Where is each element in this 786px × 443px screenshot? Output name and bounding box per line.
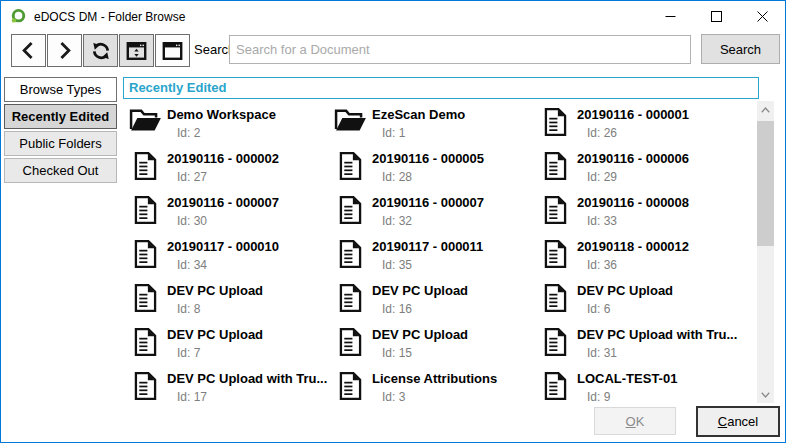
list-item[interactable]: License Attributions Id: 3	[332, 369, 537, 409]
item-id: Id: 15	[382, 346, 468, 360]
item-grid: Demo Workspace Id: 2	[123, 101, 759, 409]
item-icon-wrap	[127, 195, 163, 225]
item-title: DEV PC Upload with Tru...	[577, 327, 737, 342]
item-text: LOCAL-TEST-01 Id: 9	[577, 369, 677, 404]
list-item[interactable]: DEV PC Upload Id: 7	[127, 325, 332, 369]
list-item[interactable]: DEV PC Upload with Tru... Id: 31	[537, 325, 742, 369]
document-icon	[134, 283, 157, 313]
document-icon	[544, 151, 567, 181]
item-id: Id: 7	[177, 346, 263, 360]
item-icon-wrap	[537, 239, 573, 269]
document-icon	[339, 151, 362, 181]
list-item[interactable]: 20190117 - 000011 Id: 35	[332, 237, 537, 281]
sidebar-tab-label: Public Folders	[19, 136, 101, 151]
window-title: eDOCS DM - Folder Browse	[34, 10, 185, 24]
item-text: 20190116 - 000001 Id: 26	[577, 105, 689, 140]
document-icon	[339, 283, 362, 313]
refresh-icon	[90, 40, 112, 62]
item-text: DEV PC Upload with Tru... Id: 31	[577, 325, 737, 360]
list-item[interactable]: DEV PC Upload Id: 15	[332, 325, 537, 369]
item-icon-wrap	[127, 283, 163, 313]
list-item[interactable]: 20190117 - 000010 Id: 34	[127, 237, 332, 281]
scrollbar-thumb[interactable]	[757, 121, 774, 246]
list-item[interactable]: 20190118 - 000012 Id: 36	[537, 237, 742, 281]
list-item[interactable]: DEV PC Upload with Tru... Id: 17	[127, 369, 332, 409]
item-text: Demo Workspace Id: 2	[167, 105, 276, 140]
item-icon-wrap	[127, 151, 163, 181]
close-button[interactable]	[739, 1, 785, 31]
cancel-button[interactable]: Cancel	[696, 406, 780, 437]
sidebar-tab[interactable]: Recently Edited	[4, 104, 117, 129]
titlebar[interactable]: eDOCS DM - Folder Browse	[1, 1, 785, 32]
item-id: Id: 2	[177, 126, 276, 140]
item-icon-wrap	[332, 371, 368, 401]
item-icon-wrap	[332, 107, 368, 132]
chevron-right-icon	[54, 40, 75, 61]
sidebar-tab[interactable]: Browse Types	[4, 77, 117, 102]
item-icon-wrap	[127, 239, 163, 269]
list-item[interactable]: 20190116 - 000007 Id: 32	[332, 193, 537, 237]
list-item[interactable]: Demo Workspace Id: 2	[127, 105, 332, 149]
scroll-down-button[interactable]	[757, 386, 774, 403]
item-title: 20190118 - 000012	[577, 239, 689, 254]
item-id: Id: 32	[382, 214, 484, 228]
item-title: DEV PC Upload	[167, 283, 263, 298]
search-input[interactable]	[229, 35, 691, 64]
scroll-up-button[interactable]	[757, 101, 774, 118]
item-title: DEV PC Upload with Tru...	[167, 371, 327, 386]
refresh-button[interactable]	[83, 34, 118, 67]
item-icon-wrap	[537, 107, 573, 137]
search-button[interactable]: Search	[701, 34, 780, 64]
list-item[interactable]: DEV PC Upload Id: 16	[332, 281, 537, 325]
split-window-button[interactable]	[119, 34, 154, 67]
split-window-icon	[125, 40, 148, 62]
item-icon-wrap	[332, 151, 368, 181]
list-item[interactable]: LOCAL-TEST-01 Id: 9	[537, 369, 742, 409]
item-icon-wrap	[537, 371, 573, 401]
minimize-icon	[665, 11, 676, 22]
back-button[interactable]	[11, 34, 46, 67]
minimize-button[interactable]	[647, 1, 693, 31]
chevron-up-icon	[761, 107, 770, 113]
chevron-left-icon	[18, 40, 39, 61]
document-icon	[544, 283, 567, 313]
list-item[interactable]: 20190116 - 000002 Id: 27	[127, 149, 332, 193]
window-button[interactable]	[155, 34, 190, 67]
item-title: 20190117 - 000010	[167, 239, 279, 254]
list-item[interactable]: 20190116 - 000006 Id: 29	[537, 149, 742, 193]
vertical-scrollbar[interactable]	[757, 101, 774, 403]
item-text: DEV PC Upload Id: 8	[167, 281, 263, 316]
list-item[interactable]: DEV PC Upload Id: 6	[537, 281, 742, 325]
list-item[interactable]: EzeScan Demo Id: 1	[332, 105, 537, 149]
document-icon	[339, 195, 362, 225]
list-item[interactable]: 20190116 - 000007 Id: 30	[127, 193, 332, 237]
ok-button[interactable]: OK	[594, 407, 676, 435]
item-id: Id: 36	[587, 258, 689, 272]
item-text: 20190117 - 000011 Id: 35	[372, 237, 483, 272]
item-id: Id: 27	[177, 170, 279, 184]
folder-icon	[129, 107, 162, 132]
opentext-logo-icon	[10, 8, 27, 25]
list-item[interactable]: DEV PC Upload Id: 8	[127, 281, 332, 325]
item-icon-wrap	[127, 107, 163, 132]
item-title: 20190116 - 000002	[167, 151, 279, 166]
item-id: Id: 28	[382, 170, 484, 184]
sidebar-tab[interactable]: Checked Out	[4, 158, 117, 183]
document-icon	[544, 371, 567, 401]
item-id: Id: 33	[587, 214, 689, 228]
item-text: 20190116 - 000007 Id: 32	[372, 193, 484, 228]
forward-button[interactable]	[47, 34, 82, 67]
document-icon	[134, 371, 157, 401]
list-item[interactable]: 20190116 - 000001 Id: 26	[537, 105, 742, 149]
document-icon	[134, 151, 157, 181]
ok-button-label: OK	[626, 414, 645, 429]
item-icon-wrap	[332, 195, 368, 225]
item-text: DEV PC Upload with Tru... Id: 17	[167, 369, 327, 404]
folder-browse-dialog: eDOCS DM - Folder Browse	[0, 0, 786, 443]
list-item[interactable]: 20190116 - 000008 Id: 33	[537, 193, 742, 237]
document-icon	[134, 239, 157, 269]
sidebar-tab[interactable]: Public Folders	[4, 131, 117, 156]
item-id: Id: 9	[587, 390, 677, 404]
list-item[interactable]: 20190116 - 000005 Id: 28	[332, 149, 537, 193]
maximize-button[interactable]	[693, 1, 739, 31]
